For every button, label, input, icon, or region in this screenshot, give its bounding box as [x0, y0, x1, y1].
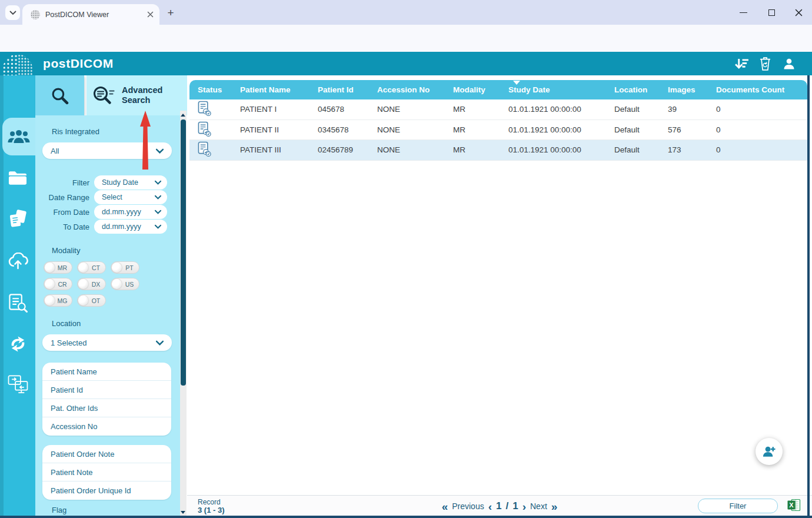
location-value: 1 Selected [51, 338, 156, 347]
window-maximize-button[interactable] [758, 0, 785, 25]
maximize-icon [768, 9, 775, 16]
modality-toggle-ot[interactable]: OT [77, 294, 106, 307]
flag-label: Flag [52, 506, 66, 514]
new-tab-button[interactable]: + [164, 6, 178, 20]
add-patient-button[interactable] [756, 438, 783, 465]
filter-select[interactable]: Study Date [94, 175, 167, 190]
sidebar-item-patients[interactable] [2, 118, 35, 155]
browser-tab[interactable]: PostDICOM Viewer [22, 4, 159, 25]
patient-note-input[interactable] [51, 468, 163, 477]
modality-label-cr: CR [55, 281, 72, 288]
table-row-selected[interactable]: PATIENT III 02456789 NONE MR 01.01.1921 … [189, 140, 807, 161]
modality-toggle-pt[interactable]: PT [111, 261, 139, 274]
modality-toggle-us[interactable]: US [111, 278, 139, 290]
column-header-modality[interactable]: Modality [445, 80, 500, 99]
patient-note-field[interactable] [42, 463, 171, 482]
scrollbar-thumb[interactable] [181, 119, 186, 386]
modality-toggle-mr[interactable]: MR [44, 261, 72, 274]
trash-icon[interactable] [756, 56, 774, 71]
cloud-upload-icon [7, 253, 29, 270]
cell-accession-no: NONE [369, 145, 445, 154]
sort-descending-icon[interactable] [733, 56, 750, 71]
to-date-select[interactable]: dd.mm.yyyy [94, 220, 167, 234]
pat-other-ids-field[interactable] [42, 399, 171, 417]
table-row[interactable]: PATIENT I 045678 NONE MR 01.01.1921 00:0… [189, 99, 807, 120]
user-icon[interactable] [780, 56, 798, 71]
filter-label: Filter [39, 178, 94, 187]
excel-export-button[interactable]: X [787, 499, 801, 512]
pat-other-ids-input[interactable] [51, 404, 163, 413]
ris-integrated-select[interactable]: All [42, 142, 172, 159]
tab-search-button[interactable] [5, 5, 20, 20]
column-header-documents-count[interactable]: Documents Count [708, 80, 807, 99]
current-page: 1 [496, 500, 501, 512]
search-icon [51, 87, 69, 105]
next-page-button[interactable]: › [523, 501, 526, 512]
patient-name-input[interactable] [51, 367, 163, 376]
window-minimize-button[interactable] [730, 0, 757, 25]
next-button[interactable]: Next [530, 502, 547, 511]
to-date-value: dd.mm.yyyy [102, 223, 155, 231]
ris-integrated-label: Ris Integrated [52, 127, 99, 136]
tab-advanced-search[interactable]: Advanced Search [86, 75, 187, 115]
accession-no-input[interactable] [51, 422, 163, 431]
column-header-patient-id[interactable]: Patient Id [310, 80, 369, 99]
sidebar-item-upload[interactable] [0, 244, 35, 277]
patient-order-note-input[interactable] [51, 450, 163, 459]
modality-label-dx: DX [88, 281, 105, 288]
modality-toggle-cr[interactable]: CR [44, 278, 72, 290]
scroll-up-arrow[interactable] [181, 114, 185, 117]
patient-order-note-field[interactable] [42, 445, 171, 463]
table-row[interactable]: PATIENT II 0345678 NONE MR 01.01.1921 00… [189, 120, 807, 141]
cell-modality: MR [445, 145, 500, 154]
column-label: Documents Count [716, 85, 784, 94]
column-header-images[interactable]: Images [660, 80, 708, 99]
cell-study-date: 01.01.1921 00:00:00 [500, 125, 606, 134]
tab-basic-search[interactable] [35, 75, 84, 115]
previous-button[interactable]: Previous [452, 502, 484, 511]
column-header-status[interactable]: Status [189, 80, 232, 99]
scroll-down-arrow[interactable] [181, 511, 185, 514]
sidebar-item-studies[interactable] [0, 202, 35, 235]
sidebar-item-sync[interactable] [0, 327, 35, 360]
accession-no-field[interactable] [42, 417, 171, 436]
first-page-button[interactable]: « [442, 501, 448, 512]
filter-panel: Ris Integrated All Filter Study Date Dat… [35, 115, 180, 516]
modality-label-mr: MR [55, 264, 72, 271]
column-header-accession-no[interactable]: Accession No [369, 80, 445, 99]
window-close-button[interactable] [785, 0, 812, 25]
share-screens-icon [8, 375, 28, 393]
modality-toggle-ct[interactable]: CT [77, 261, 106, 274]
patient-id-field[interactable] [42, 381, 171, 399]
page-bottom-edge [0, 516, 812, 518]
column-header-location[interactable]: Location [606, 80, 660, 99]
modality-toggle-mg[interactable]: MG [44, 294, 72, 307]
column-header-study-date[interactable]: Study Date [500, 80, 606, 99]
patient-order-unique-id-field[interactable] [42, 482, 171, 500]
sidebar-item-worklist[interactable] [0, 286, 35, 319]
date-range-label: Date Range [39, 193, 94, 202]
location-select[interactable]: 1 Selected [42, 334, 172, 351]
sidebar-item-share-screens[interactable] [0, 367, 35, 400]
panel-scrollbar[interactable] [180, 111, 187, 516]
last-page-button[interactable]: » [551, 501, 558, 512]
modality-toggle-dx[interactable]: DX [77, 278, 106, 290]
annotation-arrow [139, 111, 151, 170]
tab-close-icon[interactable] [147, 11, 154, 18]
column-header-patient-name[interactable]: Patient Name [232, 80, 310, 99]
excel-export-icon: X [787, 499, 801, 512]
advanced-search-label-line1: Advanced [122, 85, 162, 95]
cell-status [189, 101, 232, 118]
chevron-down-icon [155, 180, 161, 185]
filter-button[interactable]: Filter [698, 499, 778, 513]
date-range-select[interactable]: Select [94, 190, 167, 204]
sidebar-item-folders[interactable] [0, 161, 35, 194]
filter-value: Study Date [102, 178, 155, 187]
from-date-select[interactable]: dd.mm.yyyy [94, 205, 167, 219]
patient-order-unique-id-input[interactable] [51, 486, 163, 495]
chevron-down-icon [9, 11, 16, 15]
worklist-search-icon [8, 293, 28, 313]
prev-page-button[interactable]: ‹ [488, 501, 492, 512]
patient-name-field[interactable] [42, 363, 171, 381]
patient-id-input[interactable] [51, 386, 163, 394]
